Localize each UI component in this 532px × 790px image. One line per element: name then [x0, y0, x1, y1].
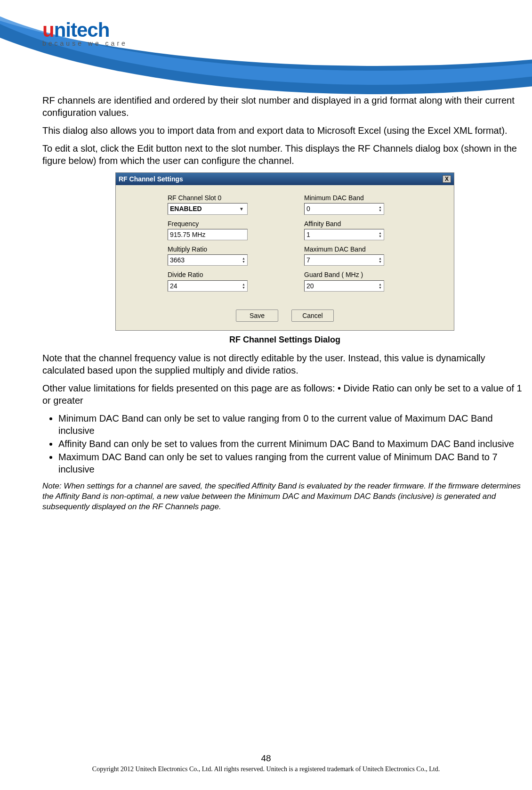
divide-label: Divide Ratio: [168, 270, 271, 279]
min-dac-value: 0: [306, 204, 310, 213]
spinner-icon[interactable]: ▲▼: [379, 257, 382, 263]
field-guard: Guard Band ( MHz ) 20 ▲▼: [304, 270, 408, 291]
chevron-down-icon[interactable]: ▼: [238, 206, 245, 212]
field-max-dac: Maximum DAC Band 7 ▲▼: [304, 245, 408, 266]
frequency-label: Frequency: [168, 220, 271, 228]
min-dac-input[interactable]: 0 ▲▼: [304, 203, 384, 214]
guard-input[interactable]: 20 ▲▼: [304, 280, 384, 292]
spinner-icon[interactable]: ▲▼: [242, 257, 245, 263]
titlebar: RF Channel Settings X: [116, 173, 454, 185]
paragraph: RF channels are identified and ordered b…: [42, 94, 527, 119]
multiply-input[interactable]: 3663 ▲▼: [168, 254, 248, 266]
frequency-value: 915.75 MHz: [170, 230, 205, 239]
save-button[interactable]: Save: [236, 309, 278, 322]
paragraph: Note that the channel frequency value is…: [42, 352, 527, 376]
max-dac-label: Maximum DAC Band: [304, 245, 408, 253]
page-number: 48: [0, 753, 532, 764]
field-slot: RF Channel Slot 0 ENABLED ▼: [168, 194, 271, 214]
spinner-icon[interactable]: ▲▼: [379, 231, 382, 238]
guard-value: 20: [306, 282, 314, 290]
field-min-dac: Minimum DAC Band 0 ▲▼: [304, 194, 408, 214]
max-dac-value: 7: [306, 256, 310, 264]
dialog-buttons: Save Cancel: [116, 305, 454, 330]
min-dac-label: Minimum DAC Band: [304, 194, 408, 202]
spinner-icon[interactable]: ▲▼: [379, 205, 382, 212]
affinity-value: 1: [306, 230, 310, 239]
affinity-label: Affinity Band: [304, 220, 408, 228]
cancel-button[interactable]: Cancel: [291, 309, 334, 322]
page-header: unitech because we care: [0, 0, 532, 94]
logo-u: u: [42, 19, 54, 41]
multiply-label: Multiply Ratio: [168, 245, 271, 253]
page-content: RF channels are identified and ordered b…: [42, 94, 527, 518]
list-item: Maximum DAC Band can only be set to valu…: [58, 451, 527, 475]
note: Note: When settings for a channel are sa…: [42, 481, 527, 512]
paragraph: Other value limitations for fields prese…: [42, 382, 527, 407]
paragraph: To edit a slot, click the Edit button ne…: [42, 142, 527, 167]
divide-input[interactable]: 24 ▲▼: [168, 280, 248, 292]
slot-label: RF Channel Slot 0: [168, 194, 271, 202]
dialog-body: RF Channel Slot 0 ENABLED ▼ Frequency 91…: [116, 185, 454, 305]
divide-value: 24: [170, 282, 177, 290]
list-item: Affinity Band can only be set to values …: [58, 438, 527, 450]
left-column: RF Channel Slot 0 ENABLED ▼ Frequency 91…: [168, 194, 271, 296]
guard-label: Guard Band ( MHz ): [304, 270, 408, 279]
right-column: Minimum DAC Band 0 ▲▼ Affinity Band 1 ▲▼: [304, 194, 408, 296]
figure-caption: RF Channel Settings Dialog: [115, 334, 454, 345]
logo-rest: nitech: [54, 19, 110, 41]
logo: unitech because we care: [42, 19, 128, 47]
slot-value: ENABLED: [170, 204, 202, 213]
bullet-list: Minimum DAC Band can only be set to valu…: [42, 412, 527, 475]
multiply-value: 3663: [170, 256, 185, 264]
paragraph: This dialog also allows you to import da…: [42, 124, 527, 137]
logo-tagline: because we care: [42, 40, 128, 47]
dialog-figure: RF Channel Settings X RF Channel Slot 0 …: [115, 172, 454, 345]
frequency-input: 915.75 MHz: [168, 229, 248, 240]
field-affinity: Affinity Band 1 ▲▼: [304, 220, 408, 240]
field-multiply: Multiply Ratio 3663 ▲▼: [168, 245, 271, 266]
max-dac-input[interactable]: 7 ▲▼: [304, 254, 384, 266]
list-item: Minimum DAC Band can only be set to valu…: [58, 412, 527, 437]
page-footer: 48 Copyright 2012 Unitech Electronics Co…: [0, 753, 532, 773]
copyright: Copyright 2012 Unitech Electronics Co., …: [0, 766, 532, 773]
slot-select[interactable]: ENABLED ▼: [168, 203, 248, 214]
field-divide: Divide Ratio 24 ▲▼: [168, 270, 271, 291]
close-icon[interactable]: X: [443, 175, 451, 183]
spinner-icon[interactable]: ▲▼: [242, 283, 245, 289]
logo-text: unitech: [42, 19, 128, 41]
spinner-icon[interactable]: ▲▼: [379, 283, 382, 289]
rf-channel-settings-dialog: RF Channel Settings X RF Channel Slot 0 …: [115, 172, 454, 331]
dialog-title: RF Channel Settings: [119, 175, 183, 183]
affinity-input[interactable]: 1 ▲▼: [304, 229, 384, 240]
field-frequency: Frequency 915.75 MHz: [168, 220, 271, 240]
